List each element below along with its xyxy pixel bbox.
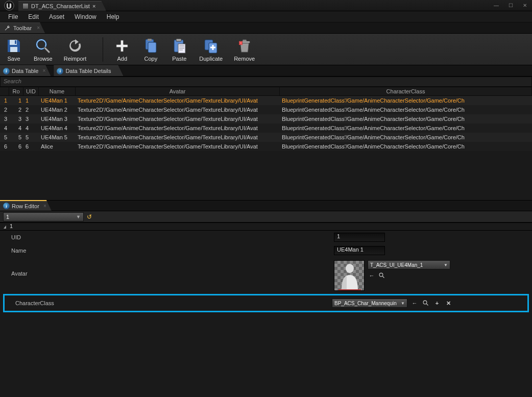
menu-window[interactable]: Window (69, 12, 102, 22)
reimport-button[interactable]: Reimport (64, 37, 87, 62)
create-new-button[interactable]: + (433, 299, 441, 307)
paste-label: Paste (172, 56, 186, 62)
cell-index: 5 (0, 133, 9, 142)
table-row[interactable]: 222UE4Man 2Texture2D'/Game/AnimeCharacte… (0, 105, 532, 114)
avatar-asset-dropdown[interactable]: T_ACS_UI_UE4Man_1 ▼ (368, 260, 450, 269)
use-selected-button[interactable]: ← (368, 271, 376, 280)
name-field[interactable]: UE4Man 1 (334, 246, 385, 255)
menu-help[interactable]: Help (102, 12, 125, 22)
close-icon[interactable]: × (92, 3, 95, 9)
section-header[interactable]: 1 (0, 222, 532, 231)
row-selector-bar: 1 ▼ ↺ (0, 211, 532, 222)
maximize-button[interactable]: ☐ (503, 1, 518, 11)
row-editor-tab-label: Row Editor (12, 203, 39, 209)
svg-rect-8 (148, 39, 152, 41)
chevron-down-icon: ▼ (444, 263, 448, 267)
menu-edit[interactable]: Edit (23, 12, 44, 22)
reset-to-default-icon[interactable]: ↺ (87, 213, 92, 220)
menu-asset[interactable]: Asset (44, 12, 69, 22)
characterclass-dropdown[interactable]: BP_ACS_Char_Mannequin ▼ (332, 299, 407, 308)
table-row[interactable]: 666AliceTexture2D'/Game/AnimeCharacterSe… (0, 142, 532, 151)
svg-rect-2 (10, 47, 17, 52)
close-icon[interactable]: × (43, 203, 46, 209)
cell-avatar: Texture2D'/Game/AnimeCharacterSelector/G… (76, 142, 280, 151)
svg-rect-7 (148, 42, 156, 53)
browse-label: Browse (34, 56, 53, 62)
minimize-button[interactable]: — (489, 1, 503, 11)
mannequin-icon (338, 263, 361, 291)
data-table-tab-strip: i Data Table × i Data Table Details (0, 65, 532, 77)
close-button[interactable]: ✕ (518, 1, 532, 11)
use-selected-button[interactable]: ← (410, 299, 419, 307)
col-uid[interactable]: UID (23, 87, 39, 96)
toolbar-tab-strip: Toolbar × (0, 22, 532, 34)
col-row[interactable]: Ro (9, 87, 23, 96)
remove-button[interactable]: Remove (234, 37, 255, 62)
chevron-down-icon: ▼ (401, 301, 405, 306)
table-row[interactable]: 333UE4Man 3Texture2D'/Game/AnimeCharacte… (0, 114, 532, 123)
cell-row: 1 (9, 96, 23, 105)
paste-button[interactable]: Paste (171, 37, 188, 62)
toolbar: Save Browse Reimport Add Copy Paste Du (0, 34, 532, 65)
cell-index: 3 (0, 114, 9, 123)
avatar-asset-value: T_ACS_UI_UE4Man_1 (370, 262, 423, 268)
window-controls: — ☐ ✕ (489, 1, 532, 11)
browse-asset-button[interactable] (422, 299, 430, 307)
characterclass-value: BP_ACS_Char_Mannequin (334, 301, 397, 306)
cell-uid: 6 (23, 142, 39, 151)
cell-row: 2 (9, 105, 23, 114)
cell-characterclass: BlueprintGeneratedClass'/Game/AnimeChara… (280, 96, 532, 105)
row-editor-details: 1 UID 1 Name UE4Man 1 Avatar (0, 222, 532, 312)
cell-row: 5 (9, 133, 23, 142)
chevron-down-icon: ▼ (76, 214, 81, 219)
avatar-thumbnail[interactable] (334, 260, 365, 291)
cell-index: 4 (0, 123, 9, 133)
svg-rect-10 (176, 39, 181, 41)
add-label: Add (117, 56, 128, 62)
data-table-tab-label: Data Table (12, 68, 38, 74)
table-header: Ro UID Name Avatar CharacterClass (0, 87, 532, 96)
duplicate-label: Duplicate (199, 56, 223, 62)
save-button[interactable]: Save (5, 37, 22, 62)
search-input[interactable]: Search (0, 77, 532, 87)
cell-name: UE4Man 3 (39, 114, 76, 123)
table-row[interactable]: 444UE4Man 4Texture2D'/Game/AnimeCharacte… (0, 123, 532, 133)
cell-row: 3 (9, 114, 23, 123)
close-icon[interactable]: × (37, 25, 40, 31)
close-icon[interactable]: × (43, 68, 46, 73)
svg-point-19 (423, 301, 427, 304)
add-button[interactable]: Add (103, 37, 131, 62)
cell-characterclass: BlueprintGeneratedClass'/Game/AnimeChara… (280, 133, 532, 142)
col-avatar[interactable]: Avatar (76, 87, 280, 96)
cell-index: 2 (0, 105, 9, 114)
data-table-tab[interactable]: i Data Table × (0, 65, 51, 76)
col-index[interactable] (0, 87, 9, 96)
menu-bar: File Edit Asset Window Help (0, 11, 532, 22)
toolbar-tab[interactable]: Toolbar × (0, 22, 45, 33)
duplicate-button[interactable]: Duplicate (199, 37, 223, 62)
browse-icon (34, 37, 52, 55)
table-row[interactable]: 555UE4Man 5Texture2D'/Game/AnimeCharacte… (0, 133, 532, 142)
col-name[interactable]: Name (39, 87, 76, 96)
search-icon (379, 272, 385, 279)
table-row[interactable]: 111UE4Man 1Texture2D'/Game/AnimeCharacte… (0, 96, 532, 105)
cell-uid: 1 (23, 96, 39, 105)
menu-file[interactable]: File (3, 12, 23, 22)
section-label: 1 (10, 223, 13, 229)
uid-label: UID (2, 234, 334, 240)
data-table-details-tab[interactable]: i Data Table Details (54, 65, 123, 76)
uid-field[interactable]: 1 (334, 233, 385, 242)
info-icon: i (57, 68, 63, 75)
browse-asset-button[interactable] (378, 271, 386, 280)
row-selector-dropdown[interactable]: 1 ▼ (3, 212, 84, 221)
col-characterclass[interactable]: CharacterClass (280, 87, 532, 96)
cell-avatar: Texture2D'/Game/AnimeCharacterSelector/G… (76, 96, 280, 105)
wrench-icon (4, 25, 11, 32)
clear-button[interactable]: ✕ (444, 299, 452, 307)
row-editor-tab[interactable]: i Row Editor × (0, 200, 52, 211)
copy-button[interactable]: Copy (142, 37, 159, 62)
document-tab[interactable]: DT_ACS_CharacterList × (18, 1, 106, 11)
row-selector-value: 1 (6, 214, 9, 220)
cell-uid: 5 (23, 133, 39, 142)
browse-button[interactable]: Browse (34, 37, 53, 62)
